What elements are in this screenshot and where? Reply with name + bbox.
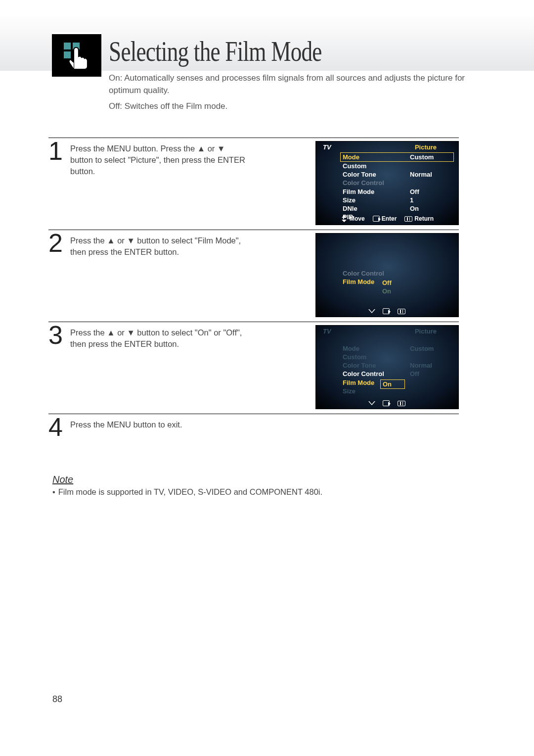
osd-row-value: Normal [410,171,444,179]
osd-row-label: Color Control [343,370,384,378]
down-icon [369,402,375,405]
osd-row-label: Color Tone [343,171,376,179]
osd-row: Size1 [341,196,453,204]
return-icon [398,401,405,406]
osd-row-value: Normal [410,362,444,370]
enter-icon [383,400,390,406]
osd-row-value: Off [410,188,444,196]
osd-row: Custom [341,162,453,170]
enter-icon [373,216,380,222]
osd-row: ModeCustom [340,152,454,162]
osd-row-label: Film Mode [343,278,374,286]
osd-row-label: Size [343,196,356,204]
osd-row-value: Custom [410,345,444,353]
osd-row: DNIeOn [341,205,453,213]
osd-hint-return: Return [404,215,434,222]
osd-tv-label: TV [323,328,331,335]
return-icon [404,216,412,222]
osd-hint-move: Move [341,215,365,222]
intro-text: On: Automatically senses and processes f… [109,72,465,113]
osd-row-label: Mode [343,153,359,161]
osd-row-value: Custom [410,153,444,161]
osd-row: Film ModeOff [341,188,453,196]
note-title: Note [52,474,322,485]
osd-tv-label: TV [323,143,331,151]
updown-icon [341,215,348,222]
osd-hint-enter [383,400,390,406]
osd-row-value: 1 [410,196,444,204]
osd-row: Color Control [341,179,453,188]
osd-option-selected: On [380,379,405,389]
osd-row: Custom [341,353,453,361]
osd-row-label: Mode [343,345,359,353]
note-body: •Film mode is supported in TV, VIDEO, S-… [52,487,322,497]
step-number: 2 [48,230,70,322]
osd-row: Color ToneNormal [341,362,453,370]
osd-menu-title: Picture [415,143,437,151]
step-1: 1 Press the MENU button. Press the ▲ or … [48,138,459,230]
osd-row-value [410,387,444,395]
osd-row-value [410,379,444,387]
page-logo [52,32,101,77]
osd-hint-enter: Enter [373,215,397,222]
enter-icon [383,308,390,314]
step-text: Press the MENU button. Press the ▲ or ▼ … [70,138,256,230]
osd-screenshot-2: .. Color ControlFilm Mode OffOn [315,233,459,317]
osd-row-value [410,179,444,187]
osd-row-label: Film Mode [343,379,374,387]
osd-row-label: Film Mode [343,188,374,196]
osd-hint-move [369,308,375,314]
step-number: 4 [48,414,70,453]
osd-row-label: Custom [343,162,366,170]
intro-on-line: On: Automatically senses and processes f… [109,72,465,96]
osd-row-value: On [410,205,444,213]
osd-hint-enter [383,308,390,314]
osd-row-label: Color Control [343,270,384,278]
osd-row-label: DNIe [343,205,357,213]
page-title: Selecting the Film Mode [109,35,322,68]
osd-screenshot-3: TV Picture ModeCustomCustomColor ToneNor… [315,325,459,409]
hand-press-icon [63,42,91,70]
step-3: 3 Press the ▲ or ▼ button to select "On"… [48,322,459,414]
osd-row-label: Color Tone [343,362,376,370]
step-text: Press the MENU button to exit. [70,414,256,453]
osd-row-value [410,162,444,170]
return-icon [398,309,405,314]
steps-list: 1 Press the MENU button. Press the ▲ or … [48,138,459,453]
osd-row: Color Control [341,269,453,278]
page-number: 88 [52,694,62,705]
step-text: Press the ▲ or ▼ button to select "Film … [70,230,256,322]
osd-row-value: Off [410,370,444,378]
osd-row-label: Color Control [343,179,384,187]
osd-row-value [410,270,444,278]
step-4: 4 Press the MENU button to exit. [48,414,459,453]
osd-hint-move [369,400,375,406]
intro-off-line: Off: Switches off the Film mode. [109,100,465,113]
note-block: Note •Film mode is supported in TV, VIDE… [52,474,322,497]
step-text: Press the ▲ or ▼ button to select "On" o… [70,322,256,414]
osd-row: ModeCustom [341,344,453,353]
step-number: 3 [48,322,70,414]
osd-row-value [410,278,444,286]
osd-hint-return [398,400,405,406]
osd-menu-title: Picture [415,328,437,335]
down-icon [369,310,375,313]
osd-row: Color ToneNormal [341,171,453,179]
osd-screenshot-1: TV Picture ModeCustomCustomColor ToneNor… [315,141,459,225]
osd-row-label: Size [343,387,356,395]
step-number: 1 [48,138,70,230]
osd-option: On [380,287,458,296]
osd-row: Color ControlOff [341,370,453,378]
osd-row-label: Custom [343,353,366,361]
osd-row-value [410,353,444,361]
step-2: 2 Press the ▲ or ▼ button to select "Fil… [48,230,459,322]
osd-hint-return [398,308,405,314]
